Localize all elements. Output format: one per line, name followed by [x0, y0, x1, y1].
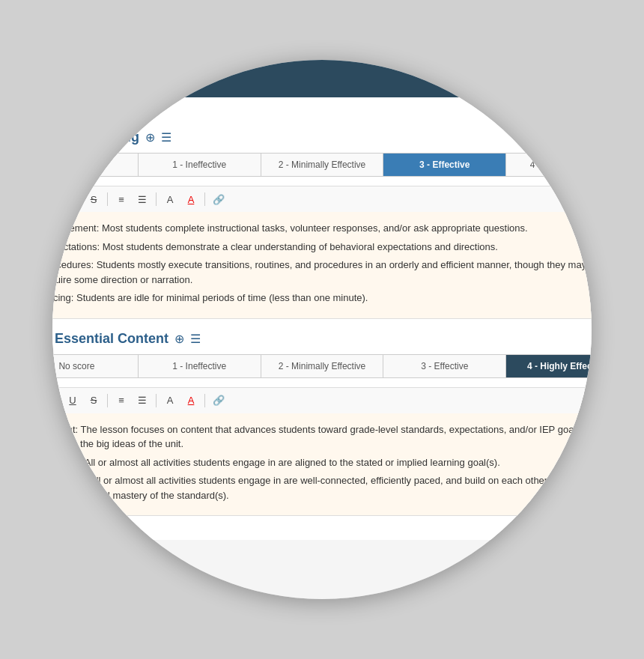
help-label: Help [533, 73, 553, 85]
section2-list-icon[interactable]: ☰ [190, 332, 201, 346]
section1-title: Culture of Learning [52, 130, 139, 145]
framework-title: ACE FRAMEWORK [52, 109, 592, 121]
tab-effective-1[interactable]: 3 - Effective [383, 154, 506, 176]
settings-button[interactable]: ⚙ [136, 73, 145, 85]
section1-header: Culture of Learning ⊕ ☰ [52, 130, 592, 145]
tab-ineffective-1[interactable]: 1 - Ineffective [139, 154, 261, 176]
highlight-button-1[interactable]: A [182, 190, 200, 208]
section2-title: AIM.2 Essential Content [52, 331, 168, 347]
tab-no-score-1[interactable]: No score [52, 154, 139, 176]
content-item-1-3: Procedures: Students mostly execute tran… [52, 258, 592, 287]
bullet-list-button-2[interactable]: ≡ [112, 392, 130, 410]
strikethrough-button-1[interactable]: S [85, 190, 103, 208]
gear-icon: ⚙ [136, 73, 145, 85]
calendar-icon: 📅 [573, 72, 587, 85]
highlight-button-2[interactable]: A [182, 392, 200, 410]
content-item-2-3: Sequence: All or almost all activities s… [52, 473, 592, 502]
tab-minimally-1[interactable]: 2 - Minimally Effective [261, 154, 384, 176]
section1-list-icon[interactable]: ☰ [161, 130, 171, 145]
wrench-icon: 🔧 [74, 73, 86, 85]
section2: AIM.2 Essential Content ⊕ ☰ No score 1 -… [52, 331, 592, 517]
ordered-list-button-1[interactable]: ☰ [133, 190, 151, 208]
learn-caret: ▾ [54, 73, 59, 85]
editor1-content[interactable]: Engagement: Most students complete instr… [52, 212, 592, 319]
toolbar-sep-3 [204, 192, 205, 206]
link-button-2[interactable]: 🔗 [210, 392, 228, 410]
underline-button-1[interactable]: U [64, 190, 82, 208]
content-item-2-1: Content: The lesson focuses on content t… [52, 422, 592, 452]
editor2-toolbar: B I U S ≡ ☰ A A 🔗 ⤢ [52, 387, 592, 413]
learn-menu[interactable]: ✏ Learn ▾ [52, 73, 59, 85]
font-color-button-2[interactable]: A [161, 392, 179, 410]
editor2-content[interactable]: Content: The lesson focuses on content t… [52, 413, 592, 517]
bullet-list-button-1[interactable]: ≡ [112, 190, 130, 208]
content-item-2-2: Activities: All or almost all activities… [52, 455, 592, 470]
tools-menu[interactable]: 🔧 Tools ▾ [74, 73, 120, 85]
toolbar-sep-2 [156, 192, 157, 206]
toolbar2-sep-3 [204, 394, 205, 407]
search-button[interactable]: 🔍 [491, 72, 505, 85]
section1-add-icon[interactable]: ⊕ [145, 130, 155, 145]
tools-label: Tools [89, 73, 112, 85]
help-icon: ? [525, 73, 530, 85]
tab-no-score-2[interactable]: No score [52, 355, 139, 377]
content-item-1-1: Engagement: Most students complete instr… [52, 221, 592, 236]
section2-add-icon[interactable]: ⊕ [174, 332, 184, 346]
tab-ineffective-2[interactable]: 1 - Ineffective [139, 355, 261, 377]
top-navigation: ✏ Learn ▾ 🔧 Tools ▾ ⚙ 🔍 ? Help 📅 [52, 60, 592, 97]
toolbar2-sep-1 [107, 394, 108, 407]
tab-highly-2[interactable]: 4 - Highly Effective [506, 355, 592, 377]
help-button[interactable]: ? Help [525, 73, 553, 85]
italic-button-2[interactable]: I [52, 392, 61, 410]
link-button-1[interactable]: 🔗 [210, 190, 228, 208]
tab-highly-1[interactable]: 4 - Highly Effective [506, 154, 592, 176]
search-icon: 🔍 [491, 72, 505, 85]
calendar-button[interactable]: 📅 [573, 72, 587, 85]
italic-button-1[interactable]: I [52, 190, 61, 208]
toolbar2-sep-2 [156, 394, 157, 407]
content-item-1-2: Expectations: Most students demonstrate … [52, 240, 592, 255]
section2-score-tabs: No score 1 - Ineffective 2 - Minimally E… [52, 354, 592, 378]
tab-minimally-2[interactable]: 2 - Minimally Effective [261, 355, 384, 377]
tab-effective-2[interactable]: 3 - Effective [383, 355, 506, 377]
tools-caret: ▾ [115, 73, 121, 85]
font-color-button-1[interactable]: A [161, 190, 179, 208]
section2-header: AIM.2 Essential Content ⊕ ☰ [52, 331, 592, 347]
underline-button-2[interactable]: U [64, 392, 82, 410]
editor1-toolbar: B I U S ≡ ☰ A A 🔗 ⤢ [52, 186, 592, 212]
toolbar-sep-1 [107, 192, 108, 206]
section1-score-tabs: No score 1 - Ineffective 2 - Minimally E… [52, 153, 592, 177]
strikethrough-button-2[interactable]: S [85, 392, 103, 410]
content-item-1-4: Pacing: Students are idle for minimal pe… [52, 291, 592, 306]
main-content: ACE FRAMEWORK Culture of Learning ⊕ ☰ No… [52, 97, 592, 540]
ordered-list-button-2[interactable]: ☰ [133, 392, 151, 410]
